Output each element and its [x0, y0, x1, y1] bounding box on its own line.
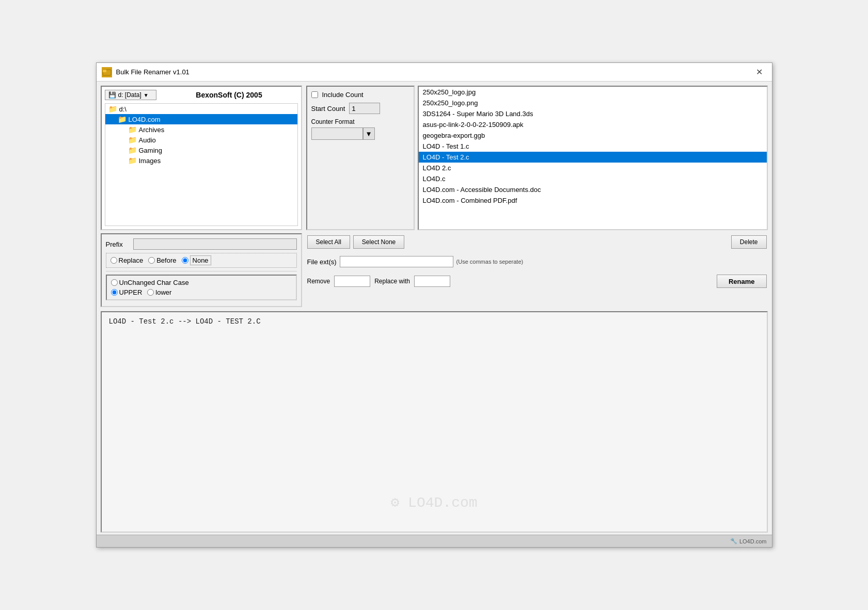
drive-icon: 💾: [108, 91, 116, 99]
tree-item-root[interactable]: 📁 d:\: [105, 104, 297, 114]
include-count-checkbox[interactable]: [311, 91, 318, 98]
counter-format-input[interactable]: [311, 127, 363, 140]
start-count-label: Start Count: [311, 105, 345, 113]
none-option[interactable]: None: [182, 255, 211, 265]
tree-item-label: Gaming: [139, 147, 163, 154]
bottom-logo: 🔧 LO4D.com: [730, 538, 767, 544]
file-ext-input[interactable]: [340, 256, 453, 267]
folder-icon: 📁: [118, 115, 127, 123]
watermark: ⚙ LO4D.com: [390, 493, 477, 511]
bottom-logo-text: LO4D.com: [739, 538, 767, 544]
unchanged-row: UnChanged Char Case: [111, 279, 292, 286]
folder-icon: 📁: [128, 146, 137, 154]
folder-icon: 📁: [108, 105, 117, 113]
file-item[interactable]: LO4D.com - Combined PDF.pdf: [419, 195, 767, 206]
main-content: 💾 d: [Data] ▼ BexonSoft (C) 2005 📁 d:\ 📁…: [97, 82, 772, 311]
main-window: Bulk File Renamer v1.01 ✕ 💾 d: [Data] ▼ …: [96, 62, 772, 548]
file-item[interactable]: LO4D - Test 1.c: [419, 141, 767, 152]
replace-option[interactable]: Replace: [111, 256, 144, 264]
file-item[interactable]: LO4D.c: [419, 173, 767, 184]
chevron-down-icon: ▼: [144, 92, 149, 98]
brand-text: BexonSoft (C) 2005: [161, 91, 298, 99]
prefix-input[interactable]: [133, 238, 297, 250]
folder-icon: 📁: [128, 136, 137, 144]
rename-row: Remove Replace with Rename: [306, 272, 768, 290]
app-icon: [102, 67, 112, 77]
remove-label: Remove: [307, 278, 330, 285]
tree-item-label: Archives: [139, 126, 165, 134]
file-item[interactable]: asus-pc-link-2-0-0-22-150909.apk: [419, 119, 767, 130]
file-item[interactable]: 250x250_logo.jpg: [419, 87, 767, 98]
drive-label: d: [Data]: [118, 91, 141, 99]
lower-radio[interactable]: [147, 289, 154, 296]
before-radio[interactable]: [148, 257, 155, 264]
start-count-input[interactable]: [349, 103, 380, 114]
unchanged-option[interactable]: UnChanged Char Case: [111, 279, 189, 286]
close-button[interactable]: ✕: [752, 66, 767, 78]
select-all-button[interactable]: Select All: [307, 235, 350, 249]
folder-icon: 📁: [128, 156, 137, 165]
start-count-row: Start Count: [311, 103, 409, 114]
title-bar: Bulk File Renamer v1.01 ✕: [97, 63, 772, 82]
counter-format-section: Counter Format ▼: [311, 118, 409, 140]
counter-format-dropdown[interactable]: ▼: [363, 127, 375, 140]
replace-with-label: Replace with: [374, 278, 410, 285]
folder-tree[interactable]: 📁 d:\ 📁 LO4D.com 📁 Archives 📁 Audio: [105, 103, 298, 226]
before-option[interactable]: Before: [148, 256, 176, 264]
rename-button[interactable]: Rename: [717, 275, 767, 288]
prefix-row: Prefix: [106, 238, 297, 250]
right-panel: Include Count Start Count Counter Format…: [306, 86, 768, 307]
left-panel: 💾 d: [Data] ▼ BexonSoft (C) 2005 📁 d:\ 📁…: [101, 86, 302, 307]
folder-icon: 📁: [128, 125, 137, 134]
tree-item-gaming[interactable]: 📁 Gaming: [105, 145, 297, 155]
browser-header: 💾 d: [Data] ▼ BexonSoft (C) 2005: [105, 90, 298, 100]
file-item[interactable]: LO4D 2.c: [419, 163, 767, 173]
upper-label: UPPER: [119, 288, 143, 296]
tree-item-audio[interactable]: 📁 Audio: [105, 135, 297, 145]
case-section: UnChanged Char Case UPPER lower: [106, 275, 297, 300]
include-count-row: Include Count: [311, 91, 409, 99]
file-item[interactable]: 3DS1264 - Super Mario 3D Land.3ds: [419, 108, 767, 119]
tree-item-images[interactable]: 📁 Images: [105, 155, 297, 166]
tree-item-lo4d[interactable]: 📁 LO4D.com: [105, 114, 297, 124]
unchanged-radio[interactable]: [111, 279, 118, 286]
replace-with-input[interactable]: [414, 276, 450, 287]
upper-option[interactable]: UPPER: [111, 288, 143, 296]
tree-item-label: Audio: [139, 136, 156, 144]
window-title: Bulk File Renamer v1.01: [116, 68, 190, 76]
tree-item-archives[interactable]: 📁 Archives: [105, 124, 297, 135]
none-label: None: [190, 255, 211, 265]
file-ext-hint: (Use commas to seperate): [456, 259, 524, 265]
top-right: Include Count Start Count Counter Format…: [306, 86, 768, 230]
case-lower-row: UPPER lower: [111, 288, 292, 296]
none-radio[interactable]: [182, 257, 188, 264]
include-count-label: Include Count: [322, 91, 364, 99]
file-ext-label: File ext(s): [307, 258, 337, 266]
file-list[interactable]: 250x250_logo.jpg 250x250_logo.png 3DS126…: [419, 87, 767, 229]
tree-item-label: Images: [139, 157, 161, 165]
remove-input[interactable]: [334, 276, 370, 287]
drive-selector[interactable]: 💾 d: [Data] ▼: [105, 90, 156, 100]
file-list-container: 250x250_logo.jpg 250x250_logo.png 3DS126…: [418, 86, 768, 230]
preview-text: LO4D - Test 2.c --> LO4D - TEST 2.C: [109, 317, 261, 326]
count-panel: Include Count Start Count Counter Format…: [306, 86, 415, 230]
select-none-button[interactable]: Select None: [353, 235, 404, 249]
preview-area: LO4D - Test 2.c --> LO4D - TEST 2.C ⚙ LO…: [101, 311, 768, 533]
svg-rect-1: [103, 70, 106, 72]
bottom-bar: 🔧 LO4D.com: [97, 535, 772, 547]
file-item[interactable]: LO4D.com - Accessible Documents.doc: [419, 184, 767, 195]
delete-button[interactable]: Delete: [731, 235, 767, 249]
action-row: Select All Select None Delete: [306, 233, 768, 251]
file-item-selected[interactable]: LO4D - Test 2.c: [419, 152, 767, 163]
replace-radio[interactable]: [111, 257, 117, 264]
tree-item-label: LO4D.com: [129, 116, 161, 123]
file-item[interactable]: 250x250_logo.png: [419, 98, 767, 108]
lower-label: lower: [155, 288, 171, 296]
file-ext-row: File ext(s) (Use commas to seperate): [306, 254, 768, 269]
lower-option[interactable]: lower: [147, 288, 171, 296]
file-item[interactable]: geogebra-export.ggb: [419, 130, 767, 141]
upper-radio[interactable]: [111, 289, 118, 296]
preview-section: LO4D - Test 2.c --> LO4D - TEST 2.C ⚙ LO…: [97, 311, 772, 535]
file-browser: 💾 d: [Data] ▼ BexonSoft (C) 2005 📁 d:\ 📁…: [101, 86, 302, 230]
tree-item-label: d:\: [119, 105, 127, 113]
